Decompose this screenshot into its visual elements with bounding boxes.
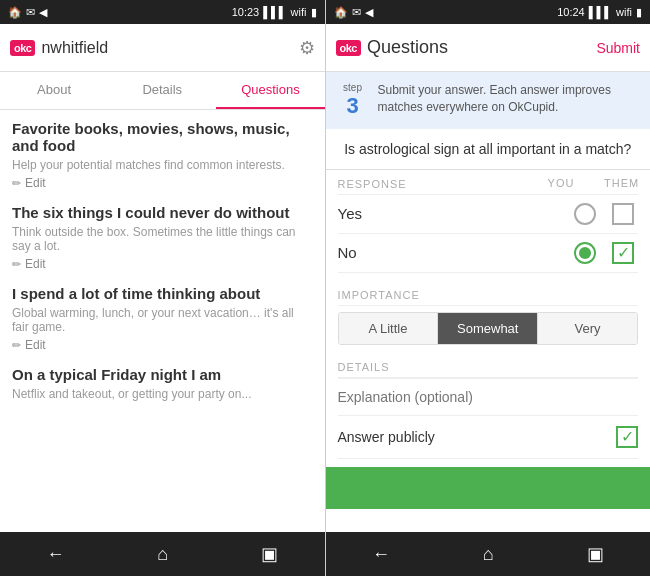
left-status-bar: 🏠 ✉ ◀ 10:23 ▌▌▌ wifi ▮: [0, 0, 325, 24]
right-recents-icon[interactable]: ▣: [587, 543, 604, 565]
right-content: RESPONSE YOU THEM Yes: [326, 170, 651, 532]
no-radio-col: ✓: [574, 242, 638, 264]
step-label: step: [343, 82, 362, 93]
submit-button[interactable]: Submit: [596, 40, 640, 56]
right-home-icon[interactable]: ⌂: [483, 544, 494, 565]
importance-very[interactable]: Very: [538, 313, 637, 344]
section-six-title: The six things I could never do without: [12, 204, 313, 221]
battery-icon: ▮: [311, 6, 317, 19]
home-icon: 🏠: [8, 6, 22, 19]
right-nav-bar: ← ⌂ ▣: [326, 532, 651, 576]
right-msg-icon: ✉: [352, 6, 361, 19]
left-panel: 🏠 ✉ ◀ 10:23 ▌▌▌ wifi ▮ okc nwhitfield ⚙ …: [0, 0, 326, 576]
left-status-right: 10:23 ▌▌▌ wifi ▮: [232, 6, 317, 19]
username-label: nwhitfield: [41, 39, 108, 57]
section-friday-desc: Netflix and takeout, or getting your par…: [12, 387, 313, 401]
importance-a-little[interactable]: A Little: [339, 313, 439, 344]
step-number: 3: [346, 93, 358, 119]
location-icon: ◀: [39, 6, 47, 19]
tab-details[interactable]: Details: [108, 72, 216, 109]
right-status-icons: 🏠 ✉ ◀: [334, 6, 373, 19]
msg-icon: ✉: [26, 6, 35, 19]
left-recents-icon[interactable]: ▣: [261, 543, 278, 565]
pencil-icon-0: ✏: [12, 177, 21, 190]
right-header: okc Questions Submit: [326, 24, 651, 72]
yes-radio-col: [574, 203, 638, 225]
wifi-icon: wifi: [291, 6, 307, 18]
pencil-icon-2: ✏: [12, 339, 21, 352]
left-nav-bar: ← ⌂ ▣: [0, 532, 325, 576]
section-books-edit[interactable]: ✏ Edit: [12, 176, 313, 190]
response-row-yes: Yes: [338, 195, 639, 234]
right-home-icon: 🏠: [334, 6, 348, 19]
public-checkbox[interactable]: ✓: [616, 426, 638, 448]
right-wifi-icon: wifi: [616, 6, 632, 18]
settings-icon[interactable]: ⚙: [299, 37, 315, 59]
right-back-icon[interactable]: ←: [372, 544, 390, 565]
step-block: step 3: [338, 82, 368, 119]
no-you-radio[interactable]: [574, 242, 596, 264]
section-six-desc: Think outside the box. Sometimes the lit…: [12, 225, 313, 253]
step-text: Submit your answer. Each answer improves…: [378, 82, 639, 116]
section-books: Favorite books, movies, shows, music, an…: [12, 120, 313, 190]
signal-icon: ▌▌▌: [263, 6, 286, 18]
section-friday: On a typical Friday night I am Netflix a…: [12, 366, 313, 401]
importance-section: IMPORTANCE A Little Somewhat Very: [326, 273, 651, 353]
right-signal-icon: ▌▌▌: [589, 6, 612, 18]
right-status-bar: 🏠 ✉ ◀ 10:24 ▌▌▌ wifi ▮: [326, 0, 651, 24]
right-panel: 🏠 ✉ ◀ 10:24 ▌▌▌ wifi ▮ okc Questions Sub…: [326, 0, 651, 576]
no-them-checkbox[interactable]: ✓: [612, 242, 634, 264]
right-location-icon: ◀: [365, 6, 373, 19]
importance-header: IMPORTANCE: [338, 281, 639, 306]
tab-about[interactable]: About: [0, 72, 108, 109]
yes-them-checkbox[interactable]: [612, 203, 634, 225]
response-section: RESPONSE YOU THEM Yes: [326, 170, 651, 273]
response-no-label: No: [338, 244, 357, 261]
question-text: Is astrological sign at all important in…: [326, 129, 651, 170]
right-status-right: 10:24 ▌▌▌ wifi ▮: [557, 6, 642, 19]
pencil-icon-1: ✏: [12, 258, 21, 271]
left-back-icon[interactable]: ←: [46, 544, 64, 565]
response-yes-label: Yes: [338, 205, 362, 222]
right-okc-badge: okc: [336, 40, 361, 56]
details-header: DETAILS: [338, 353, 639, 378]
left-status-icons: 🏠 ✉ ◀: [8, 6, 47, 19]
right-battery-icon: ▮: [636, 6, 642, 19]
right-time: 10:24: [557, 6, 585, 18]
section-books-title: Favorite books, movies, shows, music, an…: [12, 120, 313, 154]
explanation-input[interactable]: [338, 378, 639, 416]
section-six-edit[interactable]: ✏ Edit: [12, 257, 313, 271]
section-thinking-title: I spend a lot of time thinking about: [12, 285, 313, 302]
section-books-desc: Help your potential matches find common …: [12, 158, 313, 172]
importance-somewhat[interactable]: Somewhat: [438, 313, 538, 344]
section-thinking-desc: Global warming, lunch, or your next vaca…: [12, 306, 313, 334]
them-col-header: THEM: [604, 177, 634, 189]
green-submit-bar[interactable]: [326, 467, 651, 509]
importance-buttons: A Little Somewhat Very: [338, 312, 639, 345]
okc-badge: okc: [10, 40, 35, 56]
checkmark-icon: ✓: [617, 245, 630, 261]
yes-you-radio[interactable]: [574, 203, 596, 225]
section-thinking: I spend a lot of time thinking about Glo…: [12, 285, 313, 352]
section-friday-title: On a typical Friday night I am: [12, 366, 313, 383]
radio-inner: [579, 247, 591, 259]
questions-title: Questions: [367, 37, 448, 58]
response-header: RESPONSE: [338, 170, 407, 195]
public-checkmark-icon: ✓: [621, 429, 634, 445]
you-col-header: YOU: [546, 177, 576, 189]
section-six-things: The six things I could never do without …: [12, 204, 313, 271]
response-row-no: No ✓: [338, 234, 639, 273]
details-section: DETAILS Answer publicly ✓: [326, 353, 651, 459]
public-label: Answer publicly: [338, 429, 435, 445]
left-time: 10:23: [232, 6, 260, 18]
tab-questions[interactable]: Questions: [216, 72, 324, 109]
step-banner: step 3 Submit your answer. Each answer i…: [326, 72, 651, 129]
public-row: Answer publicly ✓: [338, 416, 639, 459]
left-tabs: About Details Questions: [0, 72, 325, 110]
section-thinking-edit[interactable]: ✏ Edit: [12, 338, 313, 352]
left-content: Favorite books, movies, shows, music, an…: [0, 110, 325, 532]
okc-logo: okc nwhitfield: [10, 39, 108, 57]
left-home-icon[interactable]: ⌂: [157, 544, 168, 565]
left-header: okc nwhitfield ⚙: [0, 24, 325, 72]
right-okc-logo: okc Questions: [336, 37, 449, 58]
